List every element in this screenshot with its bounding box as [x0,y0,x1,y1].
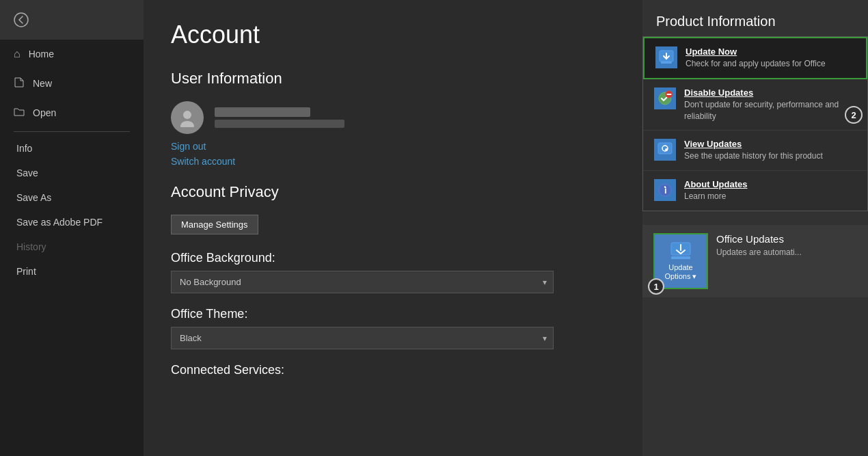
svg-point-1 [183,111,191,119]
manage-settings-button[interactable]: Manage Settings [171,215,258,234]
sidebar-open-label: Open [33,107,56,118]
office-background-label: Office Background: [171,251,615,265]
about-updates-title: About Updates [684,179,747,189]
sidebar-item-history: History [0,234,144,259]
sidebar-item-save[interactable]: Save [0,161,144,185]
update-now-text: Update Now Check for and apply updates f… [686,46,826,70]
view-updates-desc: See the update history for this product [684,150,823,162]
print-label: Print [16,266,36,277]
save-as-pdf-label: Save as Adobe PDF [16,217,103,228]
about-updates-desc: Learn more [684,191,747,202]
sidebar-item-home[interactable]: ⌂ Home [0,40,144,68]
update-options-label: UpdateOptions ▾ [665,263,697,281]
office-updates-section: UpdateOptions ▾ 1 Office Updates Updates… [642,225,868,297]
office-updates-desc: Updates are automati... [716,247,802,257]
disable-updates-desc: Don't update for security, performance a… [684,99,856,122]
disable-updates-item[interactable]: Disable Updates Don't update for securit… [643,79,867,131]
save-as-label: Save As [16,192,51,203]
update-now-title: Update Now [686,46,826,57]
sign-out-link[interactable]: Sign out [171,141,615,152]
view-updates-title: View Updates [684,139,823,149]
product-info-title: Product Information [642,0,868,36]
sidebar-divider [14,131,130,132]
view-updates-text: View Updates See the update history for … [684,139,823,162]
office-background-section: Office Background: No BackgroundCalligra… [171,251,615,293]
view-updates-item[interactable]: View Updates See the update history for … [643,131,867,171]
office-updates-text: Office Updates Updates are automati... [716,233,802,257]
sidebar-item-save-as[interactable]: Save As [0,185,144,210]
history-label: History [16,241,46,252]
svg-rect-17 [671,256,690,259]
switch-account-link[interactable]: Switch account [171,156,615,167]
new-icon [14,77,25,90]
avatar [171,101,204,134]
sidebar-item-save-as-pdf[interactable]: Save as Adobe PDF [0,210,144,234]
info-label: Info [16,143,32,154]
sidebar-item-info[interactable]: Info [0,136,144,161]
update-options-button[interactable]: UpdateOptions ▾ 1 [653,233,708,289]
sidebar: ⌂ Home New Open Info Save Save As Save a… [0,0,144,456]
office-theme-select[interactable]: ColorfulDark GrayBlackWhite [171,327,554,349]
sidebar-item-open[interactable]: Open [0,98,144,127]
office-theme-section: Office Theme: ColorfulDark GrayBlackWhit… [171,307,615,349]
badge-1: 1 [648,278,664,295]
sidebar-item-new[interactable]: New [0,68,144,98]
open-icon [14,107,25,119]
save-label: Save [16,167,38,178]
view-updates-icon [654,139,676,161]
page-title: Account [171,21,615,49]
user-avatar-row [171,101,615,134]
office-background-select[interactable]: No BackgroundCalligraphyCircuitCloudsDoo… [171,271,554,293]
update-menu: Update Now Check for and apply updates f… [642,36,868,211]
connected-services-label: Connected Services: [171,363,615,377]
office-theme-select-wrapper: ColorfulDark GrayBlackWhite ▾ [171,327,554,349]
user-details [215,107,344,128]
account-privacy-section: Account Privacy Manage Settings [171,183,615,234]
about-updates-text: About Updates Learn more [684,179,747,202]
disable-updates-icon [654,88,676,109]
home-icon: ⌂ [14,48,21,60]
user-info-title: User Information [171,70,615,88]
badge-2: 2 [845,106,863,124]
office-theme-label: Office Theme: [171,307,615,321]
sidebar-home-label: Home [29,49,54,59]
main-content: Account User Information Sign out Switch… [144,0,642,456]
right-panel: Product Information Update Now Check for… [642,0,868,456]
about-updates-icon: i [654,179,676,201]
user-email-blurred [215,120,344,128]
connected-services-section: Connected Services: [171,363,615,377]
svg-point-2 [180,121,194,127]
disable-updates-title: Disable Updates [684,88,856,98]
account-privacy-title: Account Privacy [171,183,615,201]
user-info-section: User Information Sign out Switch account [171,70,615,167]
user-links: Sign out Switch account [171,141,615,167]
office-updates-title: Office Updates [716,233,802,245]
svg-point-0 [14,13,28,27]
sidebar-item-print[interactable]: Print [0,259,144,284]
about-updates-item[interactable]: i About Updates Learn more [643,171,867,211]
update-now-desc: Check for and apply updates for Office [686,58,826,70]
update-now-item[interactable]: Update Now Check for and apply updates f… [643,37,867,79]
update-now-icon [655,46,677,68]
user-name-blurred [215,107,310,117]
back-button[interactable] [0,0,144,40]
disable-updates-text: Disable Updates Don't update for securit… [684,88,856,122]
office-background-select-wrapper: No BackgroundCalligraphyCircuitCloudsDoo… [171,271,554,293]
svg-rect-9 [658,143,672,154]
svg-rect-5 [661,62,672,64]
svg-point-11 [665,148,668,151]
svg-point-14 [664,186,666,187]
sidebar-new-label: New [33,78,52,89]
